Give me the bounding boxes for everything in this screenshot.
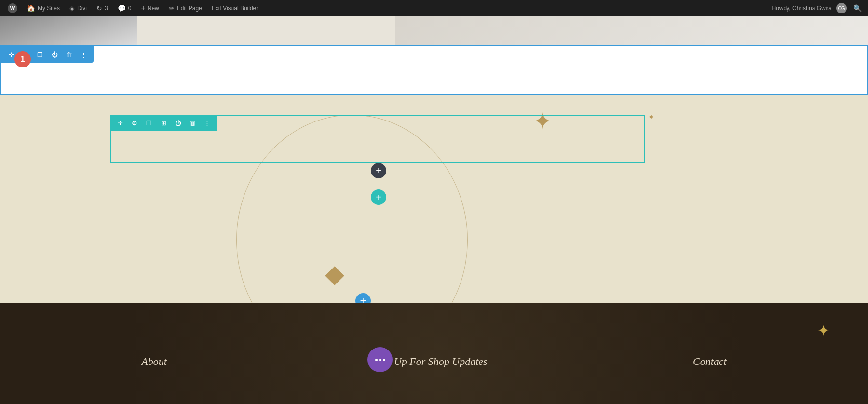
row1-more-button[interactable]: ⋮ <box>77 48 90 61</box>
comments-icon: 💬 <box>118 4 126 12</box>
new-plus-icon: + <box>141 4 145 13</box>
section-badge-1: 1 <box>14 51 31 67</box>
row2-module: ✛ ⚙ ❐ ⊞ ⏻ 🗑 ⋮ ✦ <box>110 115 645 163</box>
home-icon: 🏠 <box>27 4 35 12</box>
module-star-decoration: ✦ <box>648 112 655 122</box>
footer-contact-link[interactable]: Contact <box>693 355 727 368</box>
add-section-button[interactable]: + <box>371 189 386 205</box>
main-section: ✦ ✛ ⚙ ❐ ⊞ ⏻ 🗑 ⋮ ✦ + + + <box>0 95 868 303</box>
greeting-item[interactable]: Howdy, Christina Gwira CG <box>768 0 851 16</box>
row1-clone-button[interactable]: ❐ <box>34 48 46 61</box>
dots-icon <box>375 359 385 361</box>
add-row-button[interactable]: + <box>371 163 386 178</box>
row1-disable-button[interactable]: ⏻ <box>48 48 61 61</box>
avatar: CG <box>836 3 847 13</box>
purple-floating-button[interactable] <box>367 347 393 372</box>
footer-section: About Sign Up For Shop Updates Contact ✦ <box>0 303 868 404</box>
row2-clone-button[interactable]: ❐ <box>143 117 155 129</box>
add-section-bottom-button[interactable]: + <box>355 293 371 303</box>
edit-page-label: Edit Page <box>177 5 202 12</box>
row2-toolbar: ✛ ⚙ ❐ ⊞ ⏻ 🗑 ⋮ <box>110 115 217 131</box>
divi-icon: ◈ <box>69 4 75 12</box>
exit-builder-menu[interactable]: Exit Visual Builder <box>208 0 262 16</box>
page-content: ✛ ⚙ ❐ ⏻ 🗑 ⋮ 1 ✦ ✛ ⚙ ❐ ⊞ ⏻ 🗑 ⋮ <box>0 16 868 404</box>
new-label: New <box>148 5 159 12</box>
comments-menu[interactable]: 💬 0 <box>114 0 136 16</box>
diamond-decoration <box>325 266 344 285</box>
wp-logo: W <box>8 3 17 13</box>
row1-delete-button[interactable]: 🗑 <box>63 48 75 61</box>
hero-partial <box>0 16 868 45</box>
divi-menu[interactable]: ◈ Divi <box>66 0 91 16</box>
my-sites-menu[interactable]: 🏠 My Sites <box>23 0 64 16</box>
row2-settings-button[interactable]: ⚙ <box>128 117 141 129</box>
row2-more-button[interactable]: ⋮ <box>201 117 213 129</box>
updates-icon: ↻ <box>96 4 102 12</box>
hero-left-image <box>0 16 137 45</box>
updates-menu[interactable]: ↻ 3 <box>93 0 112 16</box>
edit-icon: ✏ <box>169 4 175 12</box>
footer-star-decoration: ✦ <box>817 322 829 339</box>
hero-right-image <box>395 16 868 45</box>
row1-section: ✛ ⚙ ❐ ⏻ 🗑 ⋮ <box>0 45 868 95</box>
my-sites-label: My Sites <box>38 5 60 12</box>
row2-delete-button[interactable]: 🗑 <box>186 117 199 129</box>
row2-move-button[interactable]: ✛ <box>114 117 126 129</box>
admin-bar: W 🏠 My Sites ◈ Divi ↻ 3 💬 0 + New ✏ Edit… <box>0 0 868 16</box>
row2-disable-button[interactable]: ⏻ <box>172 117 184 129</box>
new-menu[interactable]: + New <box>137 0 163 16</box>
updates-count: 3 <box>105 5 108 12</box>
edit-page-menu[interactable]: ✏ Edit Page <box>165 0 206 16</box>
footer-content: About Sign Up For Shop Updates Contact ✦ <box>0 303 868 404</box>
admin-bar-right: Howdy, Christina Gwira CG 🔍 <box>768 0 864 16</box>
search-button[interactable]: 🔍 <box>851 1 864 15</box>
comments-count: 0 <box>128 5 132 12</box>
exit-builder-label: Exit Visual Builder <box>212 5 258 12</box>
footer-about-link[interactable]: About <box>141 355 167 368</box>
divi-label: Divi <box>77 5 87 12</box>
greeting-text: Howdy, Christina Gwira <box>772 5 832 12</box>
wp-logo-item[interactable]: W <box>4 0 21 16</box>
row2-columns-button[interactable]: ⊞ <box>157 117 170 129</box>
